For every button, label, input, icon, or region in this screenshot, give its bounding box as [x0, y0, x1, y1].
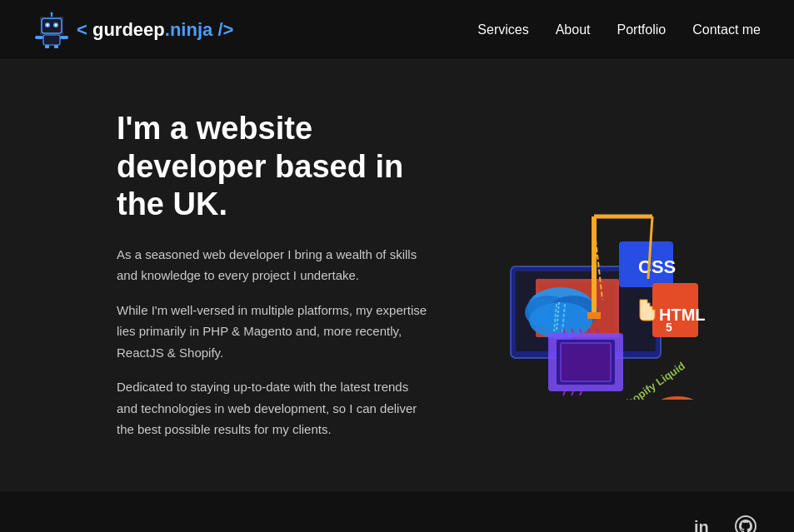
- main-nav: Services About Portfolio Contact me: [477, 22, 761, 37]
- svg-rect-13: [60, 36, 68, 39]
- github-icon: [734, 515, 757, 532]
- hero-illustration: CSS HTML 5: [427, 150, 727, 400]
- svg-line-40: [572, 391, 573, 395]
- hero-section: I'm a website developer based in the UK.…: [0, 60, 794, 490]
- nav-contact[interactable]: Contact me: [692, 22, 761, 37]
- svg-text:5: 5: [666, 321, 672, 334]
- svg-rect-2: [42, 18, 62, 33]
- svg-point-8: [51, 12, 53, 14]
- github-link[interactable]: [731, 511, 761, 532]
- linkedin-icon: in: [691, 515, 714, 532]
- logo[interactable]: < gurdeep.ninja />: [33, 12, 233, 48]
- hero-paragraph-2: While I'm well-versed in multiple platfo…: [117, 300, 427, 364]
- hero-content: I'm a website developer based in the UK.…: [117, 110, 427, 440]
- svg-rect-33: [561, 343, 611, 381]
- footer-top: in: [0, 490, 794, 532]
- svg-text:CSS: CSS: [638, 256, 676, 277]
- nav-services[interactable]: Services: [477, 22, 528, 37]
- svg-line-39: [563, 391, 565, 395]
- svg-rect-11: [54, 45, 58, 48]
- nav-about[interactable]: About: [556, 22, 591, 37]
- nav-portfolio[interactable]: Portfolio: [617, 22, 666, 37]
- logo-bracket-close: />: [217, 19, 233, 40]
- linkedin-link[interactable]: in: [687, 511, 717, 532]
- svg-rect-10: [45, 45, 49, 48]
- svg-point-49: [654, 396, 701, 400]
- logo-robot-icon: [33, 12, 70, 48]
- hero-title: I'm a website developer based in the UK.: [117, 110, 427, 224]
- svg-rect-46: [587, 312, 601, 319]
- hero-paragraph-1: As a seasoned web developer I bring a we…: [117, 244, 427, 286]
- svg-line-41: [580, 391, 582, 395]
- logo-name: gurdeep: [92, 19, 165, 40]
- svg-point-5: [47, 23, 49, 26]
- svg-text:Shopify Liquid: Shopify Liquid: [618, 360, 687, 400]
- logo-ninja: ninja: [170, 19, 212, 40]
- hero-paragraph-3: Dedicated to staying up-to-date with the…: [117, 376, 427, 440]
- svg-rect-12: [35, 36, 43, 39]
- svg-text:in: in: [694, 518, 709, 532]
- tech-illustration-svg: CSS HTML 5: [427, 150, 727, 400]
- hero-body: As a seasoned web developer I bring a we…: [117, 244, 427, 440]
- svg-rect-9: [43, 35, 60, 45]
- svg-point-6: [55, 23, 57, 26]
- logo-bracket-open: <: [77, 19, 87, 40]
- svg-point-55: [736, 516, 756, 532]
